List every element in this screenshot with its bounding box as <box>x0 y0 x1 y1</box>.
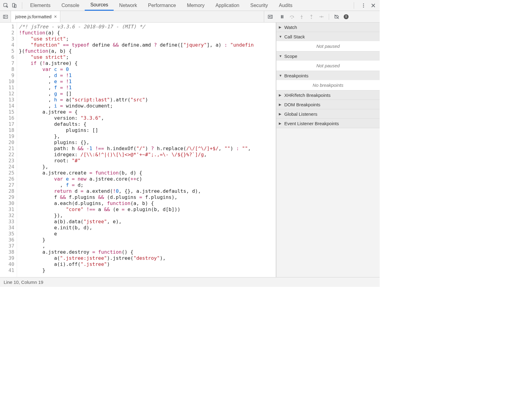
line-number[interactable]: 8 <box>0 66 14 72</box>
pause-on-exceptions-icon[interactable]: II <box>344 14 349 19</box>
close-tab-icon[interactable]: × <box>54 14 57 19</box>
code-line[interactable]: } <box>19 237 276 243</box>
line-number[interactable]: 18 <box>0 127 14 133</box>
line-number[interactable]: 21 <box>0 146 14 152</box>
line-number[interactable]: 28 <box>0 188 14 194</box>
line-number[interactable]: 29 <box>0 194 14 200</box>
line-number[interactable]: 4 <box>0 42 14 48</box>
line-number[interactable]: 33 <box>0 219 14 225</box>
code-line[interactable]: a.jstree.destroy = function() { <box>19 249 276 255</box>
code-line[interactable]: plugins: [] <box>19 127 276 133</box>
panel-tab-memory[interactable]: Memory <box>181 0 210 11</box>
line-number[interactable]: 11 <box>0 85 14 91</box>
inspect-element-icon[interactable] <box>3 3 9 8</box>
device-toolbar-icon[interactable] <box>12 3 17 8</box>
code-line[interactable]: root: "#" <box>19 158 276 164</box>
line-number[interactable]: 38 <box>0 249 14 255</box>
step-into-icon[interactable] <box>299 14 304 19</box>
code-line[interactable]: }, <box>19 164 276 170</box>
accordion-header[interactable]: ▶Global Listeners <box>276 109 380 118</box>
line-number[interactable]: 6 <box>0 54 14 60</box>
code-line[interactable]: var c = 0 <box>19 66 276 72</box>
code-line[interactable]: , g = [] <box>19 91 276 97</box>
code-line[interactable]: var e = new a.jstree.core(++c) <box>19 176 276 182</box>
code-line[interactable]: a(i).off(".jstree") <box>19 261 276 267</box>
code-line[interactable]: a.jstree = { <box>19 109 276 115</box>
line-number[interactable]: 32 <box>0 213 14 219</box>
code-line[interactable]: , f = d; <box>19 182 276 188</box>
line-number[interactable]: 15 <box>0 109 14 115</box>
line-number[interactable]: 41 <box>0 267 14 273</box>
line-number[interactable]: 2 <box>0 30 14 36</box>
line-number[interactable]: 10 <box>0 79 14 85</box>
step-icon[interactable] <box>318 14 324 19</box>
code-line[interactable]: a(".jstree:jstree").jstree("destroy"), <box>19 255 276 261</box>
line-number[interactable]: 7 <box>0 60 14 66</box>
code-line[interactable]: } <box>19 267 276 273</box>
deactivate-breakpoints-icon[interactable] <box>334 14 339 19</box>
step-over-icon[interactable] <box>289 14 295 19</box>
line-number[interactable]: 5 <box>0 48 14 54</box>
line-number[interactable]: 34 <box>0 225 14 231</box>
code-line[interactable]: , <box>19 243 276 249</box>
line-number[interactable]: 24 <box>0 164 14 170</box>
code-line[interactable]: a.jstree.create = function(b, d) { <box>19 170 276 176</box>
code-line[interactable]: "use strict"; <box>19 54 276 60</box>
line-number[interactable]: 20 <box>0 139 14 146</box>
code-line[interactable]: a(b).data("jstree", e), <box>19 219 276 225</box>
panel-tab-sources[interactable]: Sources <box>85 0 114 11</box>
accordion-header[interactable]: ▼Call Stack <box>276 32 380 41</box>
accordion-header[interactable]: ▶Watch <box>276 23 380 32</box>
line-number[interactable]: 25 <box>0 170 14 176</box>
code-line[interactable]: !function(a) { <box>19 30 276 36</box>
code-line[interactable]: "core" !== a && (e = e.plugin(b, d[b])) <box>19 206 276 213</box>
code-line[interactable]: if (!a.jstree) { <box>19 60 276 66</box>
code-area[interactable]: /*! jsTree - v3.3.6 - 2018-09-17 - (MIT)… <box>17 23 276 277</box>
code-line[interactable]: }(function(a, b) { <box>19 48 276 54</box>
line-number[interactable]: 17 <box>0 121 14 127</box>
close-icon[interactable] <box>371 3 376 8</box>
code-line[interactable]: }), <box>19 213 276 219</box>
line-number[interactable]: 26 <box>0 176 14 182</box>
line-number[interactable]: 27 <box>0 182 14 188</box>
code-line[interactable]: , e = !1 <box>19 79 276 85</box>
debugger-toggle-icon[interactable] <box>264 11 276 22</box>
code-line[interactable]: plugins: {}, <box>19 139 276 146</box>
line-number[interactable]: 40 <box>0 261 14 267</box>
line-number[interactable]: 14 <box>0 103 14 109</box>
code-line[interactable]: f && f.plugins && (d.plugins = f.plugins… <box>19 194 276 200</box>
line-number[interactable]: 23 <box>0 158 14 164</box>
line-number[interactable]: 12 <box>0 91 14 97</box>
panel-tab-elements[interactable]: Elements <box>25 0 56 11</box>
code-line[interactable]: , d = !1 <box>19 72 276 79</box>
line-number[interactable]: 39 <box>0 255 14 261</box>
pause-icon[interactable] <box>279 14 285 19</box>
code-line[interactable]: "function" == typeof define && define.am… <box>19 42 276 48</box>
code-line[interactable]: version: "3.3.6", <box>19 115 276 121</box>
panel-tab-network[interactable]: Network <box>114 0 143 11</box>
code-line[interactable]: , f = !1 <box>19 85 276 91</box>
panel-tab-application[interactable]: Application <box>210 0 245 11</box>
code-line[interactable]: , h = a("script:last").attr("src") <box>19 97 276 103</box>
panel-tab-security[interactable]: Security <box>245 0 273 11</box>
code-line[interactable]: e.init(b, d), <box>19 225 276 231</box>
line-number[interactable]: 36 <box>0 237 14 243</box>
code-line[interactable]: return d = a.extend(!0, {}, a.jstree.def… <box>19 188 276 194</box>
step-out-icon[interactable] <box>309 14 314 19</box>
code-line[interactable]: /*! jsTree - v3.3.6 - 2018-09-17 - (MIT)… <box>19 24 276 30</box>
accordion-header[interactable]: ▶DOM Breakpoints <box>276 100 380 109</box>
code-line[interactable]: e <box>19 231 276 237</box>
line-number[interactable]: 9 <box>0 72 14 79</box>
line-number[interactable]: 16 <box>0 115 14 121</box>
line-number[interactable]: 37 <box>0 243 14 249</box>
code-line[interactable]: }, <box>19 133 276 139</box>
kebab-menu-icon[interactable] <box>361 3 366 8</box>
code-editor[interactable]: 1234567891011121314151617181920212223242… <box>0 23 276 277</box>
code-line[interactable]: path: h && -1 !== h.indexOf("/") ? h.rep… <box>19 146 276 152</box>
code-line[interactable]: , i = window.document; <box>19 103 276 109</box>
code-line[interactable]: a.each(d.plugins, function(a, b) { <box>19 200 276 206</box>
line-number[interactable]: 31 <box>0 206 14 213</box>
accordion-header[interactable]: ▶Event Listener Breakpoints <box>276 119 380 128</box>
line-number[interactable]: 35 <box>0 231 14 237</box>
accordion-header[interactable]: ▼Breakpoints <box>276 71 380 80</box>
